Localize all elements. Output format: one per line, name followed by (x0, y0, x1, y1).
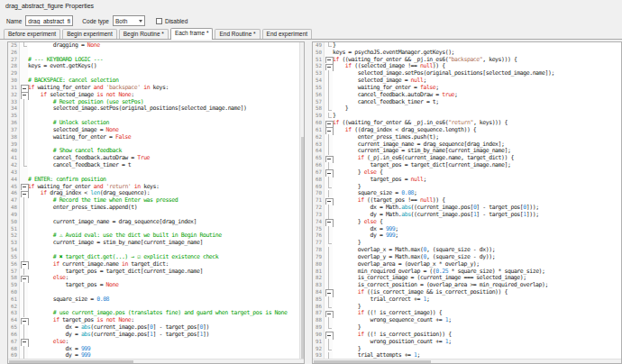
fold-toggle-icon[interactable] (20, 184, 28, 191)
code-line[interactable]: 72 dx = Math.abs((current_image.pos[0] -… (313, 205, 621, 212)
code-line[interactable]: 77 } (313, 240, 621, 247)
code-line[interactable]: 76 dy = 999; (313, 232, 621, 240)
tab-begin-routine[interactable]: Begin Routine * (119, 29, 169, 39)
code-line[interactable]: 47 # Record the time when Enter was pres… (8, 197, 304, 205)
code-line[interactable]: 78 overlap_x = Math.max(0, (square_size … (313, 247, 621, 254)
code-line[interactable]: 84 if ((is_correct_image && is_correct_p… (313, 289, 621, 296)
code-line[interactable]: 31if waiting_for_enter and 'backspace' i… (8, 85, 304, 92)
code-line[interactable]: 90 if ((! is_correct_position)) { (313, 332, 621, 339)
code-line[interactable]: 68 dx = 999 (8, 346, 304, 353)
code-line[interactable]: 61 if ((drag_index < drag_sequence.lengt… (313, 127, 621, 134)
fold-toggle-icon[interactable] (325, 169, 333, 177)
code-line[interactable]: 66 target_pos = target_dict[current_imag… (313, 162, 621, 169)
code-line[interactable]: 62 (8, 304, 304, 311)
fold-toggle-icon[interactable] (325, 197, 333, 205)
disabled-checkbox[interactable] (156, 18, 162, 24)
code-line[interactable]: 53 selected_image.setPos(original_positi… (313, 70, 621, 77)
code-line[interactable]: 57 target_pos = target_dict[current_imag… (8, 268, 304, 276)
code-line[interactable]: 59 target_pos = None (8, 282, 304, 289)
code-line[interactable]: 60if ((waiting_for_enter && _pj.in_es6("… (313, 120, 621, 127)
code-line[interactable]: 54 selected_image = null; (313, 77, 621, 85)
fold-toggle-icon[interactable] (325, 57, 333, 64)
code-line[interactable]: 50 current_image_name = drag_sequence[dr… (8, 219, 304, 226)
code-line[interactable]: 62 enter_press_times.push(t); (313, 134, 621, 141)
code-line[interactable]: 65 dx = abs(current_image.pos[0] - targe… (8, 324, 304, 332)
code-line[interactable]: 30# BACKSPACE: cancel selection (8, 77, 304, 85)
code-line[interactable]: 42 cancel_feedback_timer = t (8, 162, 304, 169)
code-line[interactable]: 55 waiting_for_enter = false; (313, 85, 621, 92)
code-line[interactable]: 49} (313, 42, 621, 50)
code-line[interactable]: 88 wrong_sequence_count += 1; (313, 317, 621, 324)
code-line[interactable]: 54 (8, 247, 304, 254)
code-line[interactable]: 37 selected_image = None (8, 127, 304, 134)
fold-toggle-icon[interactable] (325, 155, 333, 162)
code-line[interactable]: 64 if target_pos is not None: (8, 317, 304, 324)
code-line[interactable]: 67 else: (8, 339, 304, 346)
fold-toggle-icon[interactable] (20, 317, 28, 324)
code-line[interactable]: 63 current_image_name = drag_sequence[dr… (313, 141, 621, 149)
code-type-dropdown[interactable]: Both (113, 15, 145, 26)
code-line[interactable]: 48 enter_press_times.append(t) (8, 205, 304, 212)
code-line[interactable]: 35 (8, 113, 304, 120)
code-line[interactable]: 56 if current_image.name in target_dict: (8, 261, 304, 268)
code-line[interactable]: 32 if selected_image is not None: (8, 92, 304, 99)
scrollbar-thumb[interactable] (9, 360, 133, 363)
code-line[interactable]: 60 (8, 289, 304, 296)
code-line[interactable]: 26 (8, 50, 304, 57)
code-line[interactable]: 79 overlap_y = Math.max(0, (square_size … (313, 254, 621, 261)
code-line[interactable]: 68 target_pos = null; (313, 177, 621, 184)
fold-toggle-icon[interactable] (325, 120, 333, 127)
fold-toggle-icon[interactable] (20, 339, 28, 346)
code-line[interactable]: 61 square_size = 0.08 (8, 296, 304, 304)
code-line[interactable]: 57 cancel_feedback_timer = t; (313, 99, 621, 106)
code-line[interactable]: 73 dy = Math.abs((current_image.pos[1] -… (313, 212, 621, 219)
fold-toggle-icon[interactable] (325, 310, 333, 317)
code-line[interactable]: 43 (8, 169, 304, 177)
code-line[interactable]: 39 (8, 141, 304, 149)
code-line[interactable]: 67 } else { (313, 169, 621, 177)
code-line[interactable]: 58 } (313, 105, 621, 113)
code-line[interactable]: 59} (313, 113, 621, 120)
fold-toggle-icon[interactable] (325, 127, 333, 134)
fold-toggle-icon[interactable] (20, 190, 28, 197)
code-line[interactable]: 46 if drag_index < len(drag_sequence): (8, 190, 304, 197)
code-line[interactable]: 58 else: (8, 275, 304, 282)
code-line[interactable]: 86 } (313, 304, 621, 311)
code-line[interactable]: 29 (8, 70, 304, 77)
code-line[interactable]: 89 } (313, 324, 621, 332)
horizontal-scrollbar[interactable] (313, 359, 621, 363)
fold-toggle-icon[interactable] (325, 332, 333, 339)
code-line[interactable]: 27# --- KEYBOARD LOGIC --- (8, 57, 304, 64)
fold-toggle-icon[interactable] (325, 289, 333, 296)
code-line[interactable]: 56 cancel_feedback.autoDraw = true; (313, 92, 621, 99)
code-line[interactable]: 64 current_image = stim_by_name[current_… (313, 148, 621, 155)
code-line[interactable]: 87 if ((! is_correct_image)) { (313, 310, 621, 317)
fold-toggle-icon[interactable] (20, 275, 28, 282)
scrollbar-thumb[interactable] (301, 137, 304, 359)
code-line[interactable]: 51 (8, 226, 304, 233)
tab-each-frame[interactable]: Each frame * (170, 28, 214, 40)
code-line[interactable]: 41 cancel_feedback.autoDraw = True (8, 155, 304, 162)
code-line[interactable]: 52 if ((selected_image !== null)) { (313, 63, 621, 70)
code-line[interactable]: 34 selected_image.setPos(original_positi… (8, 105, 304, 113)
code-line[interactable]: 38 waiting_for_enter = False (8, 134, 304, 141)
code-line[interactable]: 82 is_correct_image = (current_image ===… (313, 275, 621, 282)
code-line[interactable]: 66 dy = abs(current_image.pos[1] - targe… (8, 332, 304, 339)
code-line[interactable]: 51if ((waiting_for_enter && _pj.in_es6("… (313, 57, 621, 64)
code-line[interactable]: 92 } (313, 346, 621, 353)
code-line[interactable]: 65 if (_pj.in_es6(current_image.name, ta… (313, 155, 621, 162)
fold-toggle-icon[interactable] (325, 63, 333, 70)
code-line[interactable]: 50keys = psychoJS.eventManager.getKeys()… (313, 50, 621, 57)
code-line[interactable]: 81 min_required_overlap = ((0.25 * squar… (313, 268, 621, 276)
code-line[interactable]: 63 # use current_image.pos (translates f… (8, 310, 304, 317)
code-editor-left[interactable]: 25 dragging = None2627# --- KEYBOARD LOG… (7, 41, 305, 364)
code-line[interactable]: 91 wrong_position_count += 1; (313, 339, 621, 346)
fold-toggle-icon[interactable] (325, 219, 333, 226)
tab-end-experiment[interactable]: End experiment (262, 29, 313, 39)
fold-toggle-icon[interactable] (20, 85, 28, 92)
code-line[interactable]: 25 dragging = None (8, 42, 304, 50)
code-editor-right[interactable]: 49}50keys = psychoJS.eventManager.getKey… (312, 41, 622, 364)
code-line[interactable]: 69 } (313, 184, 621, 191)
vertical-scrollbar[interactable] (299, 42, 304, 359)
code-line[interactable]: 83 is_correct_position = (overlap_area >… (313, 282, 621, 289)
